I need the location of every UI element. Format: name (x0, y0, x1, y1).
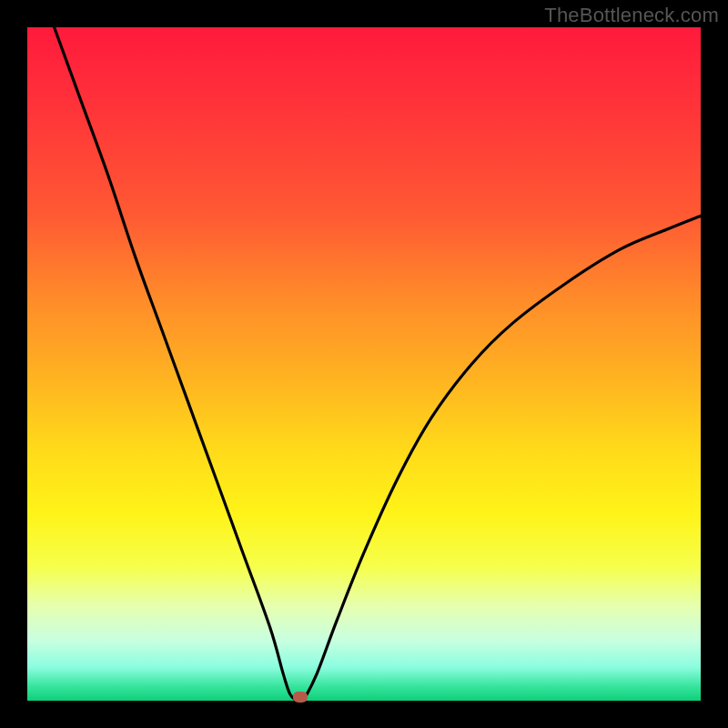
curve-right-branch (303, 216, 701, 701)
chart-frame: TheBottleneck.com (0, 0, 728, 728)
bottleneck-curve (27, 27, 701, 701)
plot-area (27, 27, 701, 701)
watermark-text: TheBottleneck.com (544, 4, 719, 27)
optimum-marker (293, 692, 308, 703)
curve-left-branch (55, 27, 297, 701)
